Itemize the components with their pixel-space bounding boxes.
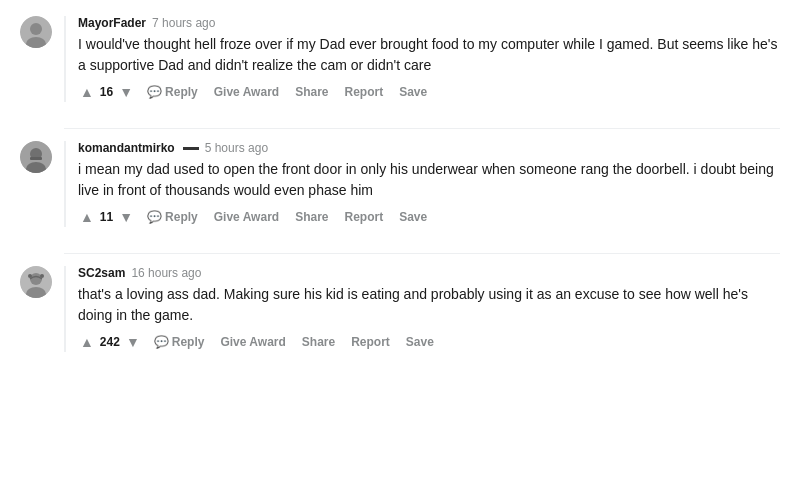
comment-1: MayorFader 7 hours ago I would've though… [20, 16, 780, 110]
comment-3-text: that's a loving ass dad. Making sure his… [78, 284, 780, 326]
comment-2-downvote-button[interactable]: ▼ [117, 207, 135, 227]
comment-1-save-button[interactable]: Save [395, 83, 431, 101]
comment-1-vote-section: ▲ 16 ▼ [78, 82, 135, 102]
comment-3-share-button[interactable]: Share [298, 333, 339, 351]
comment-2-save-button[interactable]: Save [395, 208, 431, 226]
comment-3-reply-button[interactable]: 💬 Reply [150, 333, 209, 351]
reply-icon-3: 💬 [154, 335, 169, 349]
comment-1-body: MayorFader 7 hours ago I would've though… [64, 16, 780, 102]
comment-1-time: 7 hours ago [152, 16, 215, 30]
comment-2-give-award-button[interactable]: Give Award [210, 208, 283, 226]
divider-1 [64, 128, 780, 129]
comment-2-vote-section: ▲ 11 ▼ [78, 207, 135, 227]
comment-3-vote-count: 242 [100, 335, 120, 349]
svg-rect-6 [30, 157, 42, 160]
comment-1-report-button[interactable]: Report [341, 83, 388, 101]
comment-2-time: 5 hours ago [205, 141, 268, 155]
comment-1-downvote-button[interactable]: ▼ [117, 82, 135, 102]
comment-3-header: SC2sam 16 hours ago [78, 266, 780, 280]
reply-icon-2: 💬 [147, 210, 162, 224]
comment-1-give-award-button[interactable]: Give Award [210, 83, 283, 101]
comment-2-upvote-button[interactable]: ▲ [78, 207, 96, 227]
comment-2-flair [183, 147, 199, 150]
comment-2-body: komandantmirko 5 hours ago i mean my dad… [64, 141, 780, 227]
comment-3-give-award-button[interactable]: Give Award [216, 333, 289, 351]
comment-1-actions: ▲ 16 ▼ 💬 Reply Give Award Share Report [78, 82, 780, 102]
comment-3: SC2sam 16 hours ago that's a loving ass … [20, 266, 780, 360]
svg-point-10 [28, 274, 32, 278]
comment-2-username: komandantmirko [78, 141, 175, 155]
comment-1-vote-count: 16 [100, 85, 113, 99]
comment-2-actions: ▲ 11 ▼ 💬 Reply Give Award Share Report [78, 207, 780, 227]
avatar-komandant [20, 141, 52, 173]
comment-3-username: SC2sam [78, 266, 125, 280]
comment-1-header: MayorFader 7 hours ago [78, 16, 780, 30]
comment-3-time: 16 hours ago [131, 266, 201, 280]
comment-3-downvote-button[interactable]: ▼ [124, 332, 142, 352]
divider-2 [64, 253, 780, 254]
comment-3-vote-section: ▲ 242 ▼ [78, 332, 142, 352]
svg-point-1 [30, 23, 42, 35]
reply-icon: 💬 [147, 85, 162, 99]
comment-2-share-button[interactable]: Share [291, 208, 332, 226]
avatar-sc2sam [20, 266, 52, 298]
comment-3-upvote-button[interactable]: ▲ [78, 332, 96, 352]
comment-1-username: MayorFader [78, 16, 146, 30]
comment-3-save-button[interactable]: Save [402, 333, 438, 351]
avatar-mayorfader [20, 16, 52, 48]
comment-3-actions: ▲ 242 ▼ 💬 Reply Give Award Share Report [78, 332, 780, 352]
comment-2-reply-button[interactable]: 💬 Reply [143, 208, 202, 226]
comment-2-report-button[interactable]: Report [341, 208, 388, 226]
comment-2-vote-count: 11 [100, 210, 113, 224]
comment-2: komandantmirko 5 hours ago i mean my dad… [20, 141, 780, 235]
comments-container: MayorFader 7 hours ago I would've though… [0, 0, 800, 394]
comment-2-header: komandantmirko 5 hours ago [78, 141, 780, 155]
comment-1-share-button[interactable]: Share [291, 83, 332, 101]
comment-1-reply-button[interactable]: 💬 Reply [143, 83, 202, 101]
comment-3-body: SC2sam 16 hours ago that's a loving ass … [64, 266, 780, 352]
comment-1-text: I would've thought hell froze over if my… [78, 34, 780, 76]
comment-1-upvote-button[interactable]: ▲ [78, 82, 96, 102]
comment-2-text: i mean my dad used to open the front doo… [78, 159, 780, 201]
comment-3-report-button[interactable]: Report [347, 333, 394, 351]
svg-point-8 [30, 273, 42, 285]
svg-point-11 [40, 274, 44, 278]
